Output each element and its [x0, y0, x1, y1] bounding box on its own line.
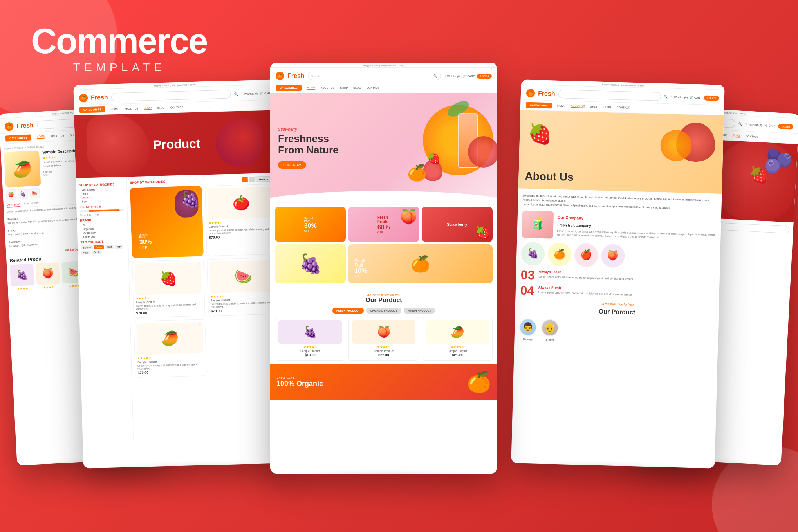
- cart-about[interactable]: 🛒 CART: [690, 96, 702, 99]
- nav-contact-shop[interactable]: CONTACT: [170, 106, 183, 109]
- related-img-1: 🍇: [10, 263, 34, 286]
- list-view-icon[interactable]: [249, 177, 255, 182]
- wishlist-heart-2[interactable]: ♡: [197, 263, 200, 267]
- shop-controls-title: SHOP BY CATEGORIES: [130, 180, 165, 184]
- avatar-2: 👴: [541, 319, 559, 337]
- tag-top[interactable]: Top: [115, 245, 123, 249]
- bottom-fruit-emoji: 🍊: [467, 371, 491, 393]
- prod-item-2: ♡ 🍑 ★★★★☆ Sample Product $22.00: [348, 317, 419, 361]
- nav-blog-about[interactable]: BLOG: [603, 106, 611, 109]
- nav-contact-about[interactable]: CONTACT: [617, 106, 630, 109]
- nav-contact-home[interactable]: CONTACT: [367, 87, 379, 89]
- nav-shop-about[interactable]: SHOP: [590, 105, 598, 108]
- nav-about-home[interactable]: ABOUT US: [321, 87, 335, 89]
- sidebar-vegetables[interactable]: Vegetables: [79, 188, 123, 191]
- tab-description[interactable]: Description: [7, 202, 21, 208]
- thumb-2[interactable]: 🍇: [18, 189, 28, 199]
- tab-info[interactable]: Informations: [24, 201, 40, 207]
- nav-categories-shop[interactable]: CATEGORIES: [79, 106, 105, 113]
- filter-price-fill: [88, 209, 119, 212]
- nav-about-shop[interactable]: ABOUT US: [125, 107, 139, 110]
- sidebar-fruits[interactable]: Fruits: [79, 191, 123, 195]
- related-stars-1: ★★★★: [11, 286, 34, 291]
- nav-blog-shop[interactable]: BLOG: [157, 106, 165, 110]
- sidebar-saw[interactable]: Saw: [79, 199, 124, 203]
- always-fresh-text-03: Always Fresh Lorem ipsum dolor sit amet …: [538, 269, 634, 281]
- promo-orange: 🍊 Fresh Fruit 10% OFF: [348, 244, 493, 283]
- fruit-deco-4: 🍑: [601, 243, 625, 268]
- team-row: 👨 Thomas 👴 Leonard: [519, 318, 713, 346]
- login-home[interactable]: LOGIN: [477, 74, 492, 79]
- mockup-container: Happy shopping with guaranteed quality 🍊…: [0, 0, 798, 532]
- about-product-section: All the best item for You Our Porduct: [520, 299, 714, 319]
- prod-price-h1: $13.00: [278, 353, 342, 357]
- logo-icon-detail: 🍊: [5, 122, 14, 131]
- nav-about-about[interactable]: ABOUT US: [571, 105, 585, 108]
- thumb-1[interactable]: 🍑: [6, 189, 16, 200]
- nav-shop-shop[interactable]: SHOP: [144, 106, 152, 110]
- prod-desc-1: Lorem ipsum is simply dummy text of the …: [209, 227, 275, 234]
- fruits-row: 🍇 🍊 🍎 🍑: [521, 242, 716, 270]
- wishlist-shop[interactable]: ♡ Wishlist (0): [241, 92, 258, 96]
- nav-about-detail[interactable]: ABOUT US: [50, 134, 64, 138]
- search-bar-shop[interactable]: [111, 90, 231, 101]
- nav-categories-about[interactable]: CATEGORIES: [526, 102, 552, 109]
- logo-icon-shop: 🍊: [79, 94, 88, 103]
- nav-blog-news[interactable]: BLOG: [732, 134, 740, 138]
- related-item-1: 🍇 ★★★★: [10, 263, 35, 292]
- prod-desc-2: Lorem ipsum is simply dummy text of the …: [136, 303, 202, 310]
- grapes-promo: 🍇: [299, 253, 322, 275]
- cart-home[interactable]: 🛒 CART: [463, 74, 475, 78]
- tag-fresh2[interactable]: Fresh: [92, 250, 102, 254]
- card-about: Happy shopping with guaranteed quality 🍊…: [511, 79, 724, 468]
- nav-categories-home[interactable]: CATEGORIES: [276, 85, 302, 91]
- sidebar-brand-organisal[interactable]: Organisal: [80, 227, 125, 231]
- sidebar-tags: Banana Fresh Fruit Top Pizza Fresh: [81, 245, 125, 255]
- products-title: Our Porduct: [275, 297, 493, 304]
- nav-home-shop[interactable]: HOME: [111, 108, 119, 111]
- tab-organic-product[interactable]: ORGANIC PRODUCT: [366, 308, 401, 314]
- sidebar-brand-fruits[interactable]: The Fruits: [80, 234, 125, 238]
- shop-hero: Product: [74, 110, 279, 178]
- home-hero: Strawberry Freshness From Nature SHOP NO…: [270, 93, 497, 203]
- main-title: Commerce: [31, 23, 207, 59]
- search-bar-about[interactable]: [558, 90, 661, 101]
- tag-fresh[interactable]: Fresh: [94, 245, 104, 249]
- wishlist-news[interactable]: ♡ Wishlist (0): [745, 123, 762, 126]
- promo-section: Special Price 30% OFF 🍑 Fresh Fruits 60%…: [270, 203, 497, 289]
- nav-categories-detail[interactable]: CATEGORIES: [5, 134, 31, 141]
- tab-fresh-product2[interactable]: FRESH PRODUCT: [404, 308, 435, 314]
- sidebar-brand-healthy[interactable]: My Healthy: [80, 231, 125, 234]
- heart-3[interactable]: ♡: [491, 66, 494, 70]
- sidebar-brand-all[interactable]: All: [80, 223, 125, 227]
- sidebar-tag-title: TAG PRODUCT: [81, 240, 125, 244]
- tag-fruit[interactable]: Fruit: [105, 245, 114, 249]
- tab-fresh-product[interactable]: FRESH PRODUCT: [332, 308, 364, 314]
- about-hero: 🍓 About Us: [518, 110, 724, 194]
- sidebar-organic[interactable]: Organic: [79, 195, 124, 199]
- nav-home-home[interactable]: HOME: [307, 86, 315, 90]
- wishlist-home[interactable]: ♡ Wishlist (0): [444, 74, 461, 78]
- nav-home-detail[interactable]: HOME: [36, 135, 45, 139]
- nav-shop-home[interactable]: SHOP: [340, 87, 348, 89]
- grid-view-icon[interactable]: [242, 177, 248, 182]
- bottom-banner-text: Fruite Juice 100% Organic: [276, 376, 323, 388]
- shop-prod-item-3: ♡ 🍉 ★★★★☆ Sample Product Lorem ipsum is …: [207, 257, 280, 316]
- login-news[interactable]: LOGIN: [778, 123, 793, 129]
- cart-news[interactable]: 🛒 CART: [764, 124, 776, 128]
- tag-banana[interactable]: Banana: [81, 245, 93, 250]
- hero-btn[interactable]: SHOP NOW: [278, 161, 306, 169]
- filter-price-bar[interactable]: [80, 209, 124, 212]
- nav-contact-news[interactable]: CONTACT: [746, 135, 759, 138]
- login-about[interactable]: LOGIN: [704, 95, 719, 101]
- promo-special-price: Special Price 30% OFF: [275, 207, 346, 242]
- wishlist-heart-4[interactable]: ♡: [198, 323, 202, 327]
- nav-blog-home[interactable]: BLOG: [353, 87, 361, 89]
- wishlist-about[interactable]: ♡ Wishlist (0): [671, 95, 688, 99]
- nav-home-about[interactable]: HOME: [557, 105, 565, 108]
- search-bar-home[interactable]: Search... 🔍: [308, 72, 441, 80]
- shop-prod-item-4: ♡ 🥭 ★★★★☆ Sample Product Lorem ipsum is …: [134, 319, 207, 378]
- prod-price-4: $70.00: [137, 370, 204, 375]
- thumb-3[interactable]: 🍉: [29, 188, 40, 198]
- tag-pizza[interactable]: Pizza: [81, 251, 90, 255]
